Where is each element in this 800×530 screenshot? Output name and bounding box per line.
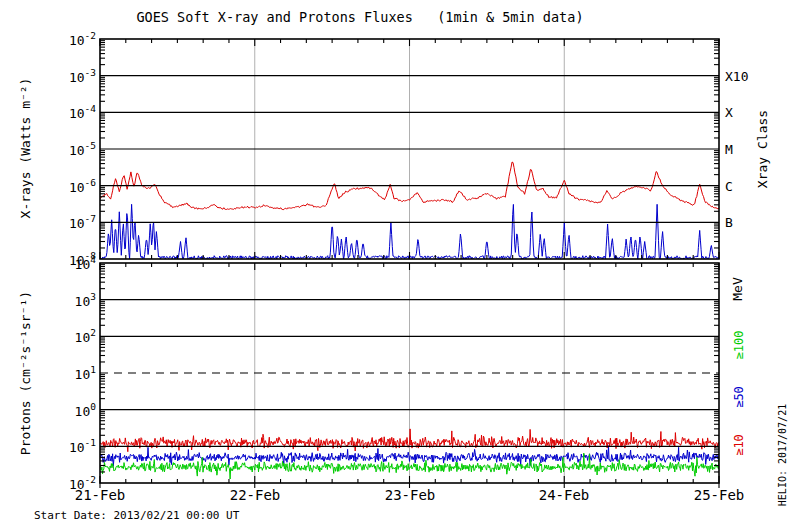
chart-canvas xyxy=(0,0,800,530)
date-tick-label: 21-Feb xyxy=(45,487,155,503)
xray-class-label: X10 xyxy=(725,69,748,84)
helio-date-stamp: HELIO: 2017/07/21 xyxy=(777,404,788,506)
xray-class-label: M xyxy=(725,142,733,157)
xray-ytick-label: 10-7 xyxy=(38,213,96,230)
start-date-label: Start Date: 2013/02/21 00:00 UT xyxy=(34,509,239,522)
xray-ytick-label: 10-2 xyxy=(38,30,96,47)
date-tick-label: 22-Feb xyxy=(200,487,310,503)
date-tick-label: 24-Feb xyxy=(509,487,619,503)
xray-ytick-label: 10-4 xyxy=(38,103,96,120)
xray-class-label: B xyxy=(725,215,733,230)
proton-energy-label: ≥50 xyxy=(732,386,746,408)
xray-ytick-label: 10-6 xyxy=(38,177,96,194)
date-tick-label: 23-Feb xyxy=(355,487,465,503)
xray-class-label: X xyxy=(725,105,733,120)
goes-flux-plot: GOES Soft X-ray and Protons Fluxes (1min… xyxy=(0,0,800,530)
xray-ytick-label: 10-5 xyxy=(38,140,96,157)
date-tick-label: 25-Feb xyxy=(664,487,774,503)
xray-ytick-label: 10-3 xyxy=(38,67,96,84)
proton-energy-label: ≥100 xyxy=(732,331,746,360)
proton-ytick-label: 104 xyxy=(38,254,96,271)
proton-ytick-label: 102 xyxy=(38,327,96,344)
proton-ytick-label: 101 xyxy=(38,364,96,381)
proton-energy-label: ≥10 xyxy=(732,434,746,456)
proton-ytick-label: 100 xyxy=(38,401,96,418)
proton-ytick-label: 10-1 xyxy=(38,437,96,454)
xray-class-label: C xyxy=(725,179,733,194)
proton-ytick-label: 103 xyxy=(38,291,96,308)
